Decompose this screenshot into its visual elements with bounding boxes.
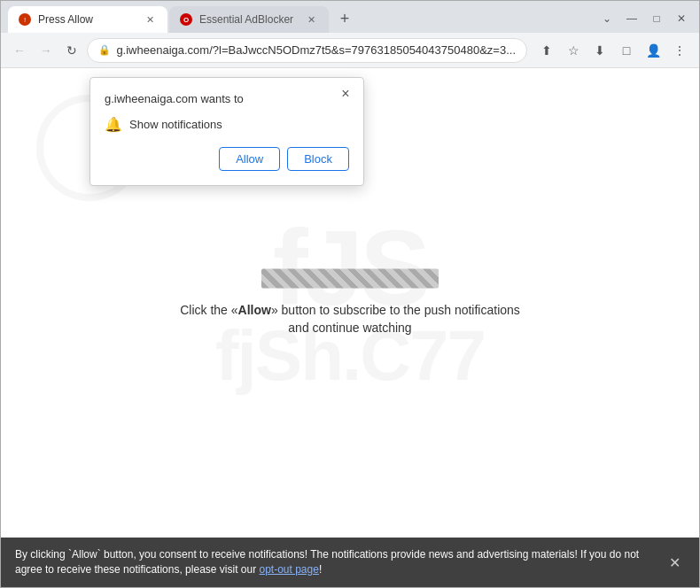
bookmark-icon[interactable]: ☆ [561,38,586,63]
progress-bar [261,268,439,288]
menu-icon[interactable]: ⋮ [667,38,692,63]
tab1-favicon-icon: ! [19,13,31,26]
notification-popup: × g.iwheenaiga.com wants to 🔔 Show notif… [89,77,364,186]
new-tab-button[interactable]: + [332,6,357,31]
guillemet-open: « [231,303,238,317]
window-controls: ⌄ — □ ✕ [596,8,692,33]
allow-text: Allow [238,303,271,317]
bottom-bar-text: By clicking `Allow` button, you consent … [15,547,653,577]
url-text: g.iwheenaiga.com/?l=BaJwccN5ODmz7t5&s=79… [116,43,516,57]
opt-out-link[interactable]: opt-out page [259,563,318,576]
forward-button[interactable]: → [35,38,58,63]
bottom-bar-text-after: ! [319,563,322,576]
tab2-close-button[interactable]: ✕ [304,12,318,27]
window-restore-button[interactable]: — [621,8,642,29]
tab1-title: Press Allow [38,13,136,26]
webpage: fJS fjSh.C77 × g.iwheenaiga.com wants to… [1,68,699,538]
tab-bar: ! Press Allow ✕ O Essential AdBlocker ✕ … [1,1,699,33]
window-maximize-button[interactable]: □ [646,8,667,29]
url-bar[interactable]: 🔒 g.iwheenaiga.com/?l=BaJwccN5ODmz7t5&s=… [87,38,527,63]
popup-permission-row: 🔔 Show notifications [105,116,349,133]
share-icon[interactable]: ⬆ [534,38,559,63]
bottom-bar-close-button[interactable]: ✕ [664,552,685,573]
address-bar: ← → ↻ 🔒 g.iwheenaiga.com/?l=BaJwccN5ODmz… [1,33,699,68]
permission-text: Show notifications [129,118,222,131]
bottom-notification-bar: By clicking `Allow` button, you consent … [1,538,699,587]
allow-button[interactable]: Allow [219,147,280,171]
tab2-favicon-letter: O [183,16,189,24]
tab1-close-button[interactable]: ✕ [143,12,157,27]
popup-buttons: Allow Block [105,147,349,171]
svg-text:!: ! [24,16,26,24]
lock-icon: 🔒 [98,44,111,56]
tab-press-allow[interactable]: ! Press Allow ✕ [8,6,167,33]
tab-manager-icon[interactable]: □ [614,38,639,63]
block-button[interactable]: Block [287,147,349,171]
download-icon[interactable]: ⬇ [587,38,612,63]
popup-title: g.iwheenaiga.com wants to [105,92,349,105]
popup-close-button[interactable]: × [337,85,354,103]
tab-adblocker[interactable]: O Essential AdBlocker ✕ [169,6,329,33]
window-minimize-button[interactable]: ⌄ [596,8,618,29]
tab2-title: Essential AdBlocker [199,13,297,26]
toolbar-icons: ⬆ ☆ ⬇ □ 👤 ⋮ [534,38,692,63]
guillemet-close: » [271,303,278,317]
page-content-area: Click the «Allow» button to subscribe to… [175,268,525,337]
bell-icon: 🔔 [105,116,122,133]
tab2-favicon: O [180,13,192,26]
tab1-favicon: ! [19,13,31,26]
bottom-bar-text-before: By clicking `Allow` button, you consent … [15,548,639,576]
progress-caption: Click the «Allow» button to subscribe to… [175,302,525,337]
browser-frame: ! Press Allow ✕ O Essential AdBlocker ✕ … [0,0,700,588]
back-button[interactable]: ← [8,38,31,63]
profile-icon[interactable]: 👤 [641,38,665,63]
window-close-button[interactable]: ✕ [671,8,692,29]
refresh-button[interactable]: ↻ [61,38,84,63]
